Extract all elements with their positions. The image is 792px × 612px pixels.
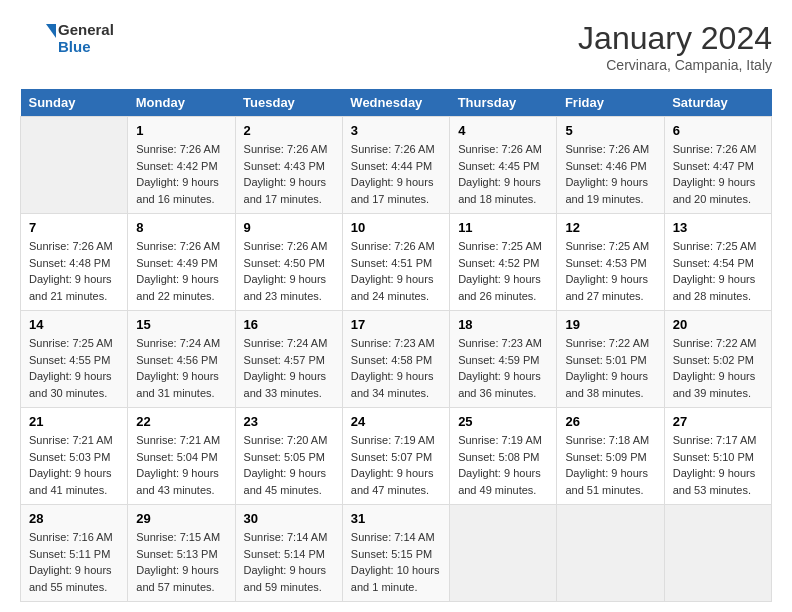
- weekday-header-tuesday: Tuesday: [235, 89, 342, 117]
- calendar-cell: [21, 117, 128, 214]
- day-number: 27: [673, 414, 763, 429]
- day-info: Sunrise: 7:14 AMSunset: 5:14 PMDaylight:…: [244, 529, 334, 595]
- day-number: 2: [244, 123, 334, 138]
- calendar-week-2: 7Sunrise: 7:26 AMSunset: 4:48 PMDaylight…: [21, 214, 772, 311]
- day-info: Sunrise: 7:26 AMSunset: 4:44 PMDaylight:…: [351, 141, 441, 207]
- day-number: 19: [565, 317, 655, 332]
- calendar-cell: 19Sunrise: 7:22 AMSunset: 5:01 PMDayligh…: [557, 311, 664, 408]
- day-number: 8: [136, 220, 226, 235]
- calendar-table: SundayMondayTuesdayWednesdayThursdayFrid…: [20, 89, 772, 602]
- day-number: 20: [673, 317, 763, 332]
- calendar-cell: 10Sunrise: 7:26 AMSunset: 4:51 PMDayligh…: [342, 214, 449, 311]
- calendar-cell: 9Sunrise: 7:26 AMSunset: 4:50 PMDaylight…: [235, 214, 342, 311]
- day-info: Sunrise: 7:25 AMSunset: 4:53 PMDaylight:…: [565, 238, 655, 304]
- day-number: 22: [136, 414, 226, 429]
- day-info: Sunrise: 7:26 AMSunset: 4:51 PMDaylight:…: [351, 238, 441, 304]
- day-number: 28: [29, 511, 119, 526]
- day-number: 5: [565, 123, 655, 138]
- day-number: 18: [458, 317, 548, 332]
- day-number: 29: [136, 511, 226, 526]
- calendar-cell: 5Sunrise: 7:26 AMSunset: 4:46 PMDaylight…: [557, 117, 664, 214]
- day-number: 7: [29, 220, 119, 235]
- calendar-cell: 30Sunrise: 7:14 AMSunset: 5:14 PMDayligh…: [235, 505, 342, 602]
- day-number: 4: [458, 123, 548, 138]
- calendar-cell: 8Sunrise: 7:26 AMSunset: 4:49 PMDaylight…: [128, 214, 235, 311]
- calendar-cell: 18Sunrise: 7:23 AMSunset: 4:59 PMDayligh…: [450, 311, 557, 408]
- day-info: Sunrise: 7:23 AMSunset: 4:58 PMDaylight:…: [351, 335, 441, 401]
- calendar-week-3: 14Sunrise: 7:25 AMSunset: 4:55 PMDayligh…: [21, 311, 772, 408]
- day-info: Sunrise: 7:26 AMSunset: 4:43 PMDaylight:…: [244, 141, 334, 207]
- day-info: Sunrise: 7:25 AMSunset: 4:52 PMDaylight:…: [458, 238, 548, 304]
- calendar-cell: 6Sunrise: 7:26 AMSunset: 4:47 PMDaylight…: [664, 117, 771, 214]
- calendar-cell: 28Sunrise: 7:16 AMSunset: 5:11 PMDayligh…: [21, 505, 128, 602]
- day-info: Sunrise: 7:26 AMSunset: 4:46 PMDaylight:…: [565, 141, 655, 207]
- calendar-cell: 12Sunrise: 7:25 AMSunset: 4:53 PMDayligh…: [557, 214, 664, 311]
- weekday-header-row: SundayMondayTuesdayWednesdayThursdayFrid…: [21, 89, 772, 117]
- day-info: Sunrise: 7:14 AMSunset: 5:15 PMDaylight:…: [351, 529, 441, 595]
- calendar-cell: 29Sunrise: 7:15 AMSunset: 5:13 PMDayligh…: [128, 505, 235, 602]
- day-number: 6: [673, 123, 763, 138]
- calendar-cell: 25Sunrise: 7:19 AMSunset: 5:08 PMDayligh…: [450, 408, 557, 505]
- calendar-header: SundayMondayTuesdayWednesdayThursdayFrid…: [21, 89, 772, 117]
- calendar-week-4: 21Sunrise: 7:21 AMSunset: 5:03 PMDayligh…: [21, 408, 772, 505]
- day-number: 17: [351, 317, 441, 332]
- calendar-cell: 20Sunrise: 7:22 AMSunset: 5:02 PMDayligh…: [664, 311, 771, 408]
- day-number: 9: [244, 220, 334, 235]
- calendar-cell: 23Sunrise: 7:20 AMSunset: 5:05 PMDayligh…: [235, 408, 342, 505]
- weekday-header-sunday: Sunday: [21, 89, 128, 117]
- weekday-header-saturday: Saturday: [664, 89, 771, 117]
- day-number: 25: [458, 414, 548, 429]
- day-info: Sunrise: 7:21 AMSunset: 5:03 PMDaylight:…: [29, 432, 119, 498]
- day-number: 12: [565, 220, 655, 235]
- calendar-cell: [557, 505, 664, 602]
- day-info: Sunrise: 7:23 AMSunset: 4:59 PMDaylight:…: [458, 335, 548, 401]
- calendar-cell: 16Sunrise: 7:24 AMSunset: 4:57 PMDayligh…: [235, 311, 342, 408]
- calendar-cell: 24Sunrise: 7:19 AMSunset: 5:07 PMDayligh…: [342, 408, 449, 505]
- logo-text: General Blue: [58, 21, 114, 56]
- month-year-title: January 2024: [578, 20, 772, 57]
- calendar-cell: 22Sunrise: 7:21 AMSunset: 5:04 PMDayligh…: [128, 408, 235, 505]
- day-info: Sunrise: 7:17 AMSunset: 5:10 PMDaylight:…: [673, 432, 763, 498]
- day-number: 13: [673, 220, 763, 235]
- logo-icon: [20, 20, 56, 56]
- calendar-week-1: 1Sunrise: 7:26 AMSunset: 4:42 PMDaylight…: [21, 117, 772, 214]
- day-number: 23: [244, 414, 334, 429]
- day-info: Sunrise: 7:26 AMSunset: 4:45 PMDaylight:…: [458, 141, 548, 207]
- day-info: Sunrise: 7:26 AMSunset: 4:50 PMDaylight:…: [244, 238, 334, 304]
- day-info: Sunrise: 7:22 AMSunset: 5:02 PMDaylight:…: [673, 335, 763, 401]
- day-info: Sunrise: 7:26 AMSunset: 4:47 PMDaylight:…: [673, 141, 763, 207]
- calendar-cell: 17Sunrise: 7:23 AMSunset: 4:58 PMDayligh…: [342, 311, 449, 408]
- calendar-cell: 7Sunrise: 7:26 AMSunset: 4:48 PMDaylight…: [21, 214, 128, 311]
- day-info: Sunrise: 7:26 AMSunset: 4:42 PMDaylight:…: [136, 141, 226, 207]
- logo-container: General Blue: [20, 20, 114, 56]
- day-info: Sunrise: 7:19 AMSunset: 5:08 PMDaylight:…: [458, 432, 548, 498]
- calendar-cell: 14Sunrise: 7:25 AMSunset: 4:55 PMDayligh…: [21, 311, 128, 408]
- day-number: 15: [136, 317, 226, 332]
- calendar-cell: 4Sunrise: 7:26 AMSunset: 4:45 PMDaylight…: [450, 117, 557, 214]
- day-number: 16: [244, 317, 334, 332]
- day-number: 26: [565, 414, 655, 429]
- day-info: Sunrise: 7:26 AMSunset: 4:48 PMDaylight:…: [29, 238, 119, 304]
- day-info: Sunrise: 7:15 AMSunset: 5:13 PMDaylight:…: [136, 529, 226, 595]
- calendar-cell: 15Sunrise: 7:24 AMSunset: 4:56 PMDayligh…: [128, 311, 235, 408]
- day-number: 30: [244, 511, 334, 526]
- calendar-body: 1Sunrise: 7:26 AMSunset: 4:42 PMDaylight…: [21, 117, 772, 602]
- day-info: Sunrise: 7:26 AMSunset: 4:49 PMDaylight:…: [136, 238, 226, 304]
- calendar-cell: 11Sunrise: 7:25 AMSunset: 4:52 PMDayligh…: [450, 214, 557, 311]
- day-info: Sunrise: 7:24 AMSunset: 4:56 PMDaylight:…: [136, 335, 226, 401]
- page-header: General Blue January 2024 Cervinara, Cam…: [20, 20, 772, 73]
- calendar-cell: 27Sunrise: 7:17 AMSunset: 5:10 PMDayligh…: [664, 408, 771, 505]
- day-number: 11: [458, 220, 548, 235]
- day-info: Sunrise: 7:20 AMSunset: 5:05 PMDaylight:…: [244, 432, 334, 498]
- day-number: 14: [29, 317, 119, 332]
- day-number: 3: [351, 123, 441, 138]
- day-info: Sunrise: 7:22 AMSunset: 5:01 PMDaylight:…: [565, 335, 655, 401]
- day-number: 1: [136, 123, 226, 138]
- calendar-cell: [664, 505, 771, 602]
- day-info: Sunrise: 7:24 AMSunset: 4:57 PMDaylight:…: [244, 335, 334, 401]
- day-info: Sunrise: 7:25 AMSunset: 4:54 PMDaylight:…: [673, 238, 763, 304]
- day-number: 31: [351, 511, 441, 526]
- day-info: Sunrise: 7:18 AMSunset: 5:09 PMDaylight:…: [565, 432, 655, 498]
- day-number: 10: [351, 220, 441, 235]
- day-number: 21: [29, 414, 119, 429]
